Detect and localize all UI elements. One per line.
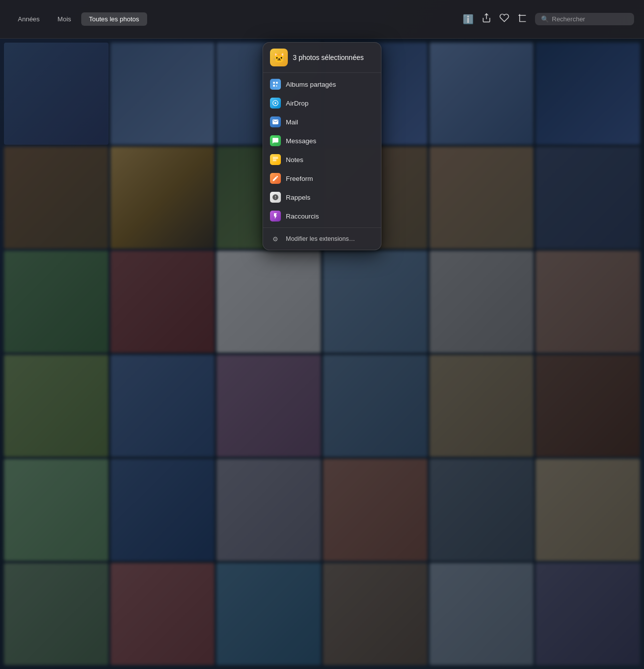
photo-cell[interactable] bbox=[110, 43, 215, 145]
photo-cell[interactable] bbox=[429, 147, 534, 249]
photo-cell[interactable] bbox=[429, 355, 534, 457]
notes-label: Notes bbox=[286, 156, 303, 164]
photo-cell[interactable] bbox=[4, 43, 108, 145]
photo-cell[interactable] bbox=[110, 459, 215, 561]
crop-icon[interactable] bbox=[517, 13, 527, 25]
info-icon[interactable]: ℹ️ bbox=[463, 14, 474, 25]
menu-item-notes[interactable]: Notes bbox=[263, 150, 381, 169]
tab-years[interactable]: Années bbox=[10, 12, 48, 26]
toolbar-tabs: Années Mois Toutes les photos bbox=[10, 12, 147, 26]
shortcuts-label: Raccourcis bbox=[286, 213, 319, 220]
mail-label: Mail bbox=[286, 118, 298, 126]
share-icon[interactable] bbox=[482, 13, 491, 25]
photo-cell[interactable] bbox=[323, 459, 428, 561]
photo-cell[interactable] bbox=[429, 459, 534, 561]
airdrop-label: AirDrop bbox=[286, 100, 309, 107]
photo-cell[interactable] bbox=[110, 251, 215, 353]
tab-all-photos[interactable]: Toutes les photos bbox=[81, 12, 147, 26]
toolbar: Années Mois Toutes les photos ℹ️ 🔍 bbox=[0, 0, 644, 39]
photo-cell[interactable] bbox=[4, 355, 108, 457]
menu-item-shortcuts[interactable]: Raccourcis bbox=[263, 207, 381, 225]
photo-cell[interactable] bbox=[323, 355, 428, 457]
search-input[interactable] bbox=[552, 15, 628, 23]
photo-cell[interactable] bbox=[4, 251, 108, 353]
app-icon-emoji: 🐱 bbox=[273, 52, 285, 63]
photo-cell[interactable] bbox=[536, 355, 640, 457]
freeform-label: Freeform bbox=[286, 175, 313, 182]
svg-point-1 bbox=[274, 102, 276, 104]
photo-cell[interactable] bbox=[216, 563, 321, 665]
menu-item-reminders[interactable]: Rappels bbox=[263, 188, 381, 207]
popup-menu: Albums partagés AirDrop Mail Messages No… bbox=[263, 73, 381, 250]
search-bar[interactable]: 🔍 bbox=[535, 13, 634, 25]
photo-cell[interactable] bbox=[110, 563, 215, 665]
share-popup: 🐱 3 photos sélectionnées Albums partagés… bbox=[263, 42, 381, 250]
menu-item-messages[interactable]: Messages bbox=[263, 131, 381, 150]
photo-cell[interactable] bbox=[323, 251, 428, 353]
menu-item-modify-extensions[interactable]: ⚙ Modifier les extensions… bbox=[263, 230, 381, 248]
shortcuts-icon bbox=[270, 211, 281, 222]
reminders-icon bbox=[270, 192, 281, 203]
menu-divider bbox=[263, 227, 381, 228]
tab-months[interactable]: Mois bbox=[50, 12, 79, 26]
menu-item-airdrop[interactable]: AirDrop bbox=[263, 94, 381, 112]
toolbar-actions: ℹ️ 🔍 bbox=[463, 13, 634, 25]
photo-cell[interactable] bbox=[4, 459, 108, 561]
photo-cell[interactable] bbox=[536, 251, 640, 353]
photo-cell[interactable] bbox=[429, 563, 534, 665]
shared-albums-label: Albums partagés bbox=[286, 81, 336, 88]
photo-cell[interactable] bbox=[216, 459, 321, 561]
notes-icon bbox=[270, 154, 281, 165]
search-icon: 🔍 bbox=[541, 15, 549, 23]
photo-cell[interactable] bbox=[536, 459, 640, 561]
popup-title: 3 photos sélectionnées bbox=[293, 54, 364, 61]
photo-cell[interactable] bbox=[536, 43, 640, 145]
messages-label: Messages bbox=[286, 137, 317, 145]
photo-cell[interactable] bbox=[110, 147, 215, 249]
heart-icon[interactable] bbox=[499, 13, 509, 25]
popup-header: 🐱 3 photos sélectionnées bbox=[263, 43, 381, 73]
photo-cell[interactable] bbox=[4, 563, 108, 665]
reminders-label: Rappels bbox=[286, 194, 311, 201]
menu-item-freeform[interactable]: Freeform bbox=[263, 169, 381, 188]
airdrop-icon bbox=[270, 98, 281, 109]
photo-cell[interactable] bbox=[429, 251, 534, 353]
freeform-icon bbox=[270, 173, 281, 184]
photo-cell[interactable] bbox=[323, 563, 428, 665]
photo-cell[interactable] bbox=[429, 43, 534, 145]
photo-cell[interactable] bbox=[216, 355, 321, 457]
menu-item-mail[interactable]: Mail bbox=[263, 112, 381, 131]
extensions-icon: ⚙ bbox=[270, 233, 281, 244]
mail-icon bbox=[270, 116, 281, 127]
photo-cell[interactable] bbox=[4, 147, 108, 249]
photo-cell[interactable] bbox=[536, 147, 640, 249]
photo-cell[interactable] bbox=[110, 355, 215, 457]
messages-icon bbox=[270, 135, 281, 146]
photo-cell[interactable] bbox=[536, 563, 640, 665]
photo-cell[interactable] bbox=[216, 251, 321, 353]
shared-albums-icon bbox=[270, 79, 281, 90]
modify-extensions-label: Modifier les extensions… bbox=[286, 235, 355, 242]
app-icon: 🐱 bbox=[270, 49, 288, 66]
menu-item-shared-albums[interactable]: Albums partagés bbox=[263, 75, 381, 94]
